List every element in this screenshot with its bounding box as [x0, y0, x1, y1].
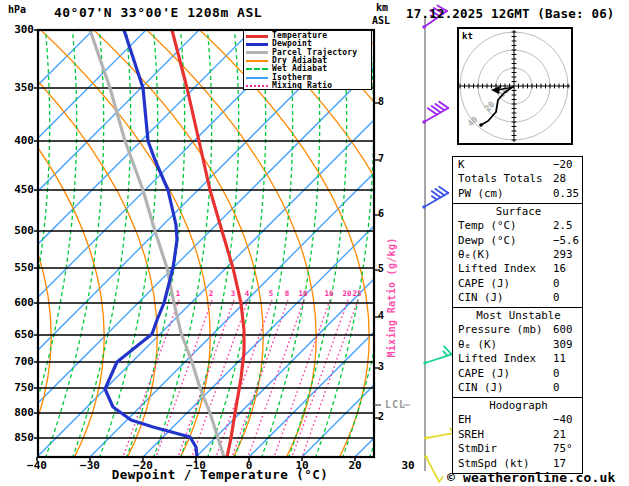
lcl-label: LCL	[385, 399, 406, 410]
table-section-header: Most Unstable	[458, 309, 579, 323]
table-row: StmDir75°	[458, 442, 579, 456]
legend-line-sample	[246, 51, 268, 54]
table-row-value: 2.5	[553, 219, 573, 233]
pressure-tick-label: 650	[0, 328, 34, 341]
table-row-value: 309	[553, 338, 573, 352]
km-tick-label: 8	[378, 96, 384, 107]
table-row: Temp (°C)2.5	[458, 219, 579, 233]
table-row-value: 293	[553, 248, 573, 262]
temp-tick-label: 30	[388, 459, 428, 472]
table-row-value: 600	[553, 323, 573, 337]
isotherm-line	[0, 10, 272, 457]
pressure-unit-label: hPa	[8, 4, 26, 15]
barb-shaft	[426, 433, 454, 438]
legend-line-sample	[246, 43, 268, 46]
barb-station-dot	[422, 25, 425, 28]
legend-line-sample	[246, 60, 268, 62]
altitude-unit-label: km	[376, 2, 388, 13]
barb-station-dot	[422, 120, 425, 123]
table-row-label: CIN (J)	[458, 291, 579, 305]
table-row-value: 28	[553, 172, 566, 186]
barb-half-feather	[439, 477, 443, 482]
wet-adiabat-line	[92, 15, 158, 478]
sounding-indices-table: K−20Totals Totals28PW (cm)0.35SurfaceTem…	[452, 156, 583, 474]
table-row: PW (cm)0.35	[458, 187, 579, 201]
km-tick-label: 5	[378, 263, 384, 274]
temp-tick-label: −40	[17, 459, 57, 472]
km-tick-label: 4	[378, 310, 384, 321]
legend-line-sample	[246, 77, 268, 79]
table-row: Pressure (mb)600	[458, 323, 579, 337]
table-row: θₑ (K)309	[458, 338, 579, 352]
datetime-label: 17.12.2025 12GMT (Base: 06)	[406, 6, 615, 21]
table-row: Dewp (°C)−5.6	[458, 234, 579, 248]
table-row-value: 17	[553, 457, 566, 471]
hodograph-unit-label: kt	[462, 31, 473, 41]
pressure-tick-label: 800	[0, 406, 34, 419]
table-row-value: −20	[553, 158, 573, 172]
plot-border	[38, 30, 374, 457]
table-row-value: 0.35	[553, 187, 579, 201]
pressure-tick-label: 450	[0, 183, 34, 196]
wet-adiabat-line	[65, 15, 131, 478]
barb-half-feather	[443, 351, 447, 355]
mixing-ratio-line	[178, 300, 234, 457]
table-row: Totals Totals28	[458, 172, 579, 186]
altitude-asl-label: ASL	[372, 15, 390, 26]
pressure-tick-label: 550	[0, 261, 34, 274]
mixing-ratio-label: 25	[348, 289, 366, 298]
table-row-value: 0	[553, 381, 560, 395]
table-row: Lifted Index16	[458, 262, 579, 276]
legend-line-sample	[246, 35, 268, 38]
page-title: 40°07'N 33°00'E 1208m ASL	[38, 5, 278, 20]
pressure-tick-label: 350	[0, 81, 34, 94]
km-tick-label: 2	[378, 411, 384, 422]
pressure-tick-label: 500	[0, 224, 34, 237]
hodograph-trace-end-dot	[479, 123, 483, 127]
wind-barb	[424, 428, 453, 439]
wind-barb	[422, 102, 448, 124]
table-row: CAPE (J)0	[458, 277, 579, 291]
mixing-ratio-label: 1	[169, 289, 187, 298]
wind-barb	[423, 346, 451, 364]
mixing-ratio-label: 2	[202, 289, 220, 298]
copyright-credit: © weatheronline.co.uk	[447, 470, 616, 485]
table-row-value: 16	[553, 262, 566, 276]
table-row-label: CAPE (J)	[458, 367, 579, 381]
hodograph: 102040	[458, 28, 572, 144]
km-tick-label: 6	[378, 208, 384, 219]
table-row-value: −40	[553, 413, 573, 427]
table-row-value: 21	[553, 428, 566, 442]
km-tick-label: 7	[378, 153, 384, 164]
table-row: CIN (J)0	[458, 381, 579, 395]
table-row: CIN (J)0	[458, 291, 579, 305]
barb-station-dot	[423, 361, 426, 364]
legend-line-sample	[246, 68, 268, 70]
barb-station-dot	[424, 436, 427, 439]
mixing-ratio-label: 16	[320, 289, 338, 298]
table-row: SREH21	[458, 428, 579, 442]
table-row: Lifted Index11	[458, 352, 579, 366]
mixing-ratio-axis-title: Mixing Ratio (g/kg)	[386, 218, 399, 378]
barb-half-feather	[432, 196, 437, 199]
table-row: θₑ(K)293	[458, 248, 579, 262]
legend: TemperatureDewpointParcel TrajectoryDry …	[243, 30, 372, 90]
table-row-value: −5.6	[553, 234, 579, 248]
legend-line-sample	[246, 85, 268, 87]
pressure-tick-label: 600	[0, 296, 34, 309]
mixing-ratio-label: 4	[238, 289, 256, 298]
table-row: K−20	[458, 158, 579, 172]
pressure-tick-label: 850	[0, 431, 34, 444]
legend-item-label: Mixing Ratio	[272, 82, 332, 90]
pressure-tick-label: 400	[0, 134, 34, 147]
wet-adiabat-line	[173, 15, 239, 478]
table-section: K−20Totals Totals28PW (cm)0.35	[452, 156, 583, 204]
pressure-tick-label: 300	[0, 23, 34, 36]
table-row-value: 11	[553, 352, 566, 366]
table-section: HodographEH−40SREH21StmDir75°StmSpd (kt)…	[452, 397, 583, 474]
wet-adiabat-line	[146, 15, 212, 478]
x-axis-title: Dewpoint / Temperature (°C)	[80, 467, 360, 482]
table-section-header: Surface	[458, 205, 579, 219]
table-row-value: 0	[553, 277, 560, 291]
table-section: SurfaceTemp (°C)2.5Dewp (°C)−5.6θₑ(K)293…	[452, 203, 583, 309]
